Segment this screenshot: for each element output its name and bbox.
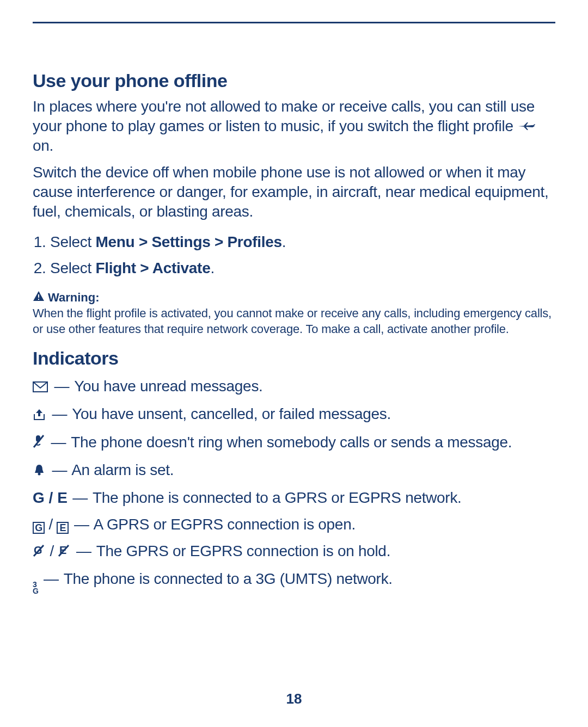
warning-label: Warning:: [48, 291, 100, 305]
indicator-unread-text: You have unread messages.: [74, 378, 262, 395]
e-letter-icon: E: [57, 489, 68, 506]
heading-offline: Use your phone offline: [33, 70, 555, 91]
indicator-unsent: — You have unsent, cancelled, or failed …: [33, 404, 555, 424]
indicator-alarm: — An alarm is set.: [33, 460, 555, 480]
g-box-icon: G: [33, 522, 45, 534]
indicator-unread: — You have unread messages.: [33, 377, 555, 397]
indicator-gprs-network-text: The phone is connected to a GPRS or EGPR…: [93, 489, 462, 506]
indicator-gprs-open-text: A GPRS or EGPRS connection is open.: [94, 516, 356, 533]
indicator-3g: 3 G — The phone is connected to a 3G (UM…: [33, 569, 555, 595]
envelope-icon: [33, 378, 48, 397]
airplane-icon: [517, 118, 537, 134]
indicator-gprs-hold-text: The GPRS or EGPRS connection is on hold.: [96, 543, 391, 559]
silent-icon: [33, 434, 45, 453]
e-box-icon: E: [57, 522, 69, 534]
indicator-gprs-network: G / E — The phone is connected to a GPRS…: [33, 488, 555, 507]
offline-para-1: In places where you're not allowed to ma…: [33, 97, 555, 155]
three-g-icon: 3 G: [33, 581, 39, 595]
warning-text: When the flight profile is activated, yo…: [33, 306, 555, 337]
indicator-list: — You have unread messages. — You have u…: [33, 377, 555, 595]
indicator-silent: — The phone doesn't ring when somebody c…: [33, 433, 555, 453]
outbox-icon: [33, 406, 46, 425]
indicator-unsent-text: You have unsent, cancelled, or failed me…: [72, 405, 391, 422]
warning-icon: [33, 291, 45, 305]
indicator-gprs-hold: G / E — The GPRS or EGPRS connection is …: [33, 541, 555, 562]
indicator-3g-text: The phone is connected to a 3G (UMTS) ne…: [64, 570, 393, 587]
svg-rect-0: [38, 294, 39, 298]
bell-icon: [33, 461, 46, 480]
offline-steps: Select Menu > Settings > Profiles. Selec…: [33, 229, 555, 281]
step-2: Select Flight > Activate.: [50, 255, 555, 281]
offline-para-1a: In places where you're not allowed to ma…: [33, 98, 535, 134]
e-strike-icon: E: [58, 543, 70, 562]
svg-point-3: [38, 472, 41, 475]
g-letter-icon: G: [33, 489, 45, 506]
offline-para-1b: on.: [33, 137, 53, 154]
indicator-alarm-text: An alarm is set.: [71, 461, 174, 478]
warning-block: Warning: When the flight profile is acti…: [33, 291, 555, 337]
indicator-gprs-open: G / E — A GPRS or EGPRS connection is op…: [33, 515, 555, 534]
page-number: 18: [33, 691, 555, 707]
step-1: Select Menu > Settings > Profiles.: [50, 229, 555, 255]
indicator-silent-text: The phone doesn't ring when somebody cal…: [71, 434, 512, 451]
g-strike-icon: G: [33, 543, 45, 562]
heading-indicators: Indicators: [33, 348, 555, 369]
top-rule: [33, 22, 555, 23]
svg-rect-1: [38, 299, 39, 300]
offline-para-2: Switch the device off when mobile phone …: [33, 163, 555, 221]
